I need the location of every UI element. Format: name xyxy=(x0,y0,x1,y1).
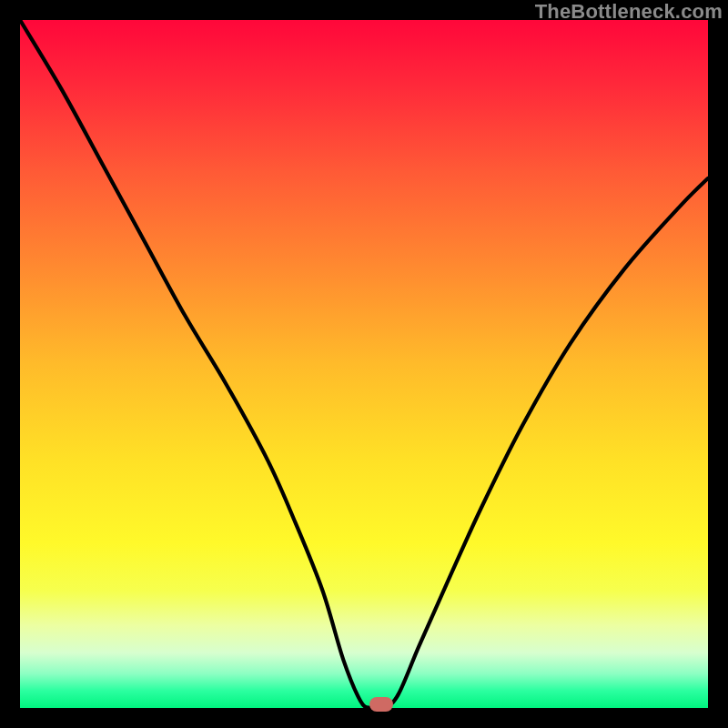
bottleneck-curve xyxy=(20,20,708,708)
optimal-marker xyxy=(369,697,393,712)
chart-frame: TheBottleneck.com xyxy=(0,0,728,728)
watermark-text: TheBottleneck.com xyxy=(535,0,723,24)
plot-area xyxy=(20,20,708,708)
